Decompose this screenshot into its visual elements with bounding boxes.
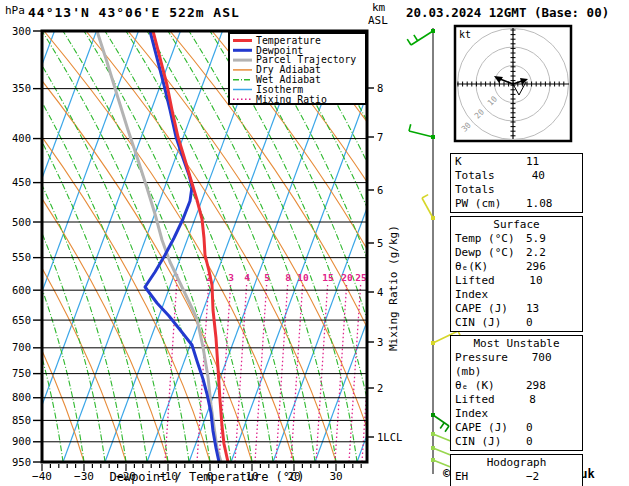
- wind-barb-tick: [414, 35, 418, 41]
- table-row-label: Lifted Index: [455, 274, 529, 302]
- wind-barb-feather: [409, 131, 433, 137]
- pressure-tick-label: 350: [12, 82, 31, 94]
- mixing-ratio-value-label: 5: [264, 272, 270, 283]
- table-row-label: CAPE (J): [455, 302, 508, 316]
- pressure-tick-label: 400: [12, 132, 31, 144]
- dry-adiabat-line: [590, 31, 629, 462]
- table-row-value: 13: [526, 302, 578, 316]
- wind-barb: [409, 124, 435, 139]
- km-tick-label: 1LCL: [377, 431, 402, 443]
- skewt-sounding-page: 1234581015202530035040045050055060065070…: [0, 0, 629, 486]
- mixing-ratio-value-label: 25: [355, 272, 367, 283]
- pressure-tick-label: 300: [12, 25, 31, 37]
- x-axis-label: Dewpoint / Temperature (°C): [42, 470, 372, 484]
- km-tick-label: 5: [377, 237, 383, 249]
- table-row-value: 2.2: [526, 246, 578, 260]
- km-tick-label: 3: [377, 336, 383, 348]
- data-table: HodographEH−2SREH−2StmDir277°StmSpd (kt)…: [450, 454, 583, 486]
- mixing-ratio-value-label: 4: [244, 272, 250, 283]
- altitude-unit-asl: ASL: [368, 14, 388, 27]
- pressure-tick-label: 600: [12, 284, 31, 296]
- table-row: CAPE (J)13: [455, 302, 578, 316]
- table-row: Lifted Index8: [455, 393, 578, 421]
- table-title: Most Unstable: [455, 337, 578, 351]
- table-row-label: Dewp (°C): [455, 246, 515, 260]
- table-row: θₑ (K)298: [455, 379, 578, 393]
- pressure-tick-label: 700: [12, 341, 31, 353]
- data-table: Most UnstablePressure (mb)700θₑ (K)298Li…: [450, 335, 583, 451]
- table-row: Pressure (mb)700: [455, 351, 578, 379]
- table-row-label: θₑ(K): [455, 260, 488, 274]
- table-row: CIN (J)0: [455, 316, 578, 330]
- table-row-label: PW (cm): [455, 197, 501, 211]
- legend-item-label: Mixing Ratio: [256, 94, 327, 105]
- pressure-tick-label: 650: [12, 314, 31, 326]
- table-row: Lifted Index10: [455, 274, 578, 302]
- table-title: Surface: [455, 218, 578, 232]
- mixing-ratio-value-labels: 12345810152025: [174, 272, 367, 283]
- table-row-value: 298: [526, 379, 578, 393]
- table-row-label: CIN (J): [455, 316, 501, 330]
- legend-box: TemperatureDewpointParcel TrajectoryDry …: [229, 33, 366, 105]
- table-row: Totals Totals40: [455, 169, 578, 197]
- data-table: K11Totals Totals40PW (cm)1.08: [450, 153, 583, 213]
- mixing-ratio-axis-label: Mixing Ratio (g/kg): [387, 225, 400, 351]
- wind-barb: [431, 413, 449, 432]
- pressure-tick-label: 500: [12, 216, 31, 228]
- hodograph: 102030: [455, 26, 571, 141]
- table-row: Temp (°C)5.9: [455, 232, 578, 246]
- km-tick-label: 8: [377, 82, 383, 94]
- table-row-value: 700: [532, 351, 578, 379]
- pressure-tick-label: 550: [12, 251, 31, 263]
- station-title: 44°13'N 43°06'E 522m ASL: [28, 5, 240, 20]
- hodograph-unit-label: kt: [459, 29, 471, 40]
- table-row-label: CAPE (J): [455, 421, 508, 435]
- table-row-value: −2: [526, 470, 578, 484]
- mixing-ratio-value-label: 8: [285, 272, 291, 283]
- table-row-label: Totals Totals: [455, 169, 532, 197]
- pressure-axis: 3003504004505005506006507007508008509009…: [12, 25, 42, 468]
- pressure-tick-label: 450: [12, 176, 31, 188]
- km-tick-label: 6: [377, 184, 383, 196]
- table-row-label: EH: [455, 470, 468, 484]
- mixing-ratio-value-label: 20: [341, 272, 353, 283]
- table-row: CAPE (J)0: [455, 421, 578, 435]
- pressure-tick-label: 950: [12, 456, 31, 468]
- table-row: Dewp (°C)2.2: [455, 246, 578, 260]
- table-row-value: 40: [532, 169, 578, 197]
- isotherm-line: [0, 31, 12, 462]
- mixing-ratio-value-label: 15: [322, 272, 334, 283]
- indices-tables: K11Totals Totals40PW (cm)1.08SurfaceTemp…: [450, 153, 583, 486]
- table-row: CIN (J)0: [455, 435, 578, 449]
- table-row-value: 0: [526, 421, 578, 435]
- mixing-ratio-value-label: 10: [297, 272, 309, 283]
- table-row-label: CIN (J): [455, 435, 501, 449]
- wind-barb-feather: [433, 415, 449, 426]
- pressure-tick-label: 850: [12, 414, 31, 426]
- datetime-label: 20.03.2024 12GMT (Base: 00): [406, 5, 609, 20]
- table-row-value: 296: [526, 260, 578, 274]
- table-row: K11: [455, 155, 578, 169]
- wind-barb-tick: [409, 124, 411, 131]
- table-row-value: 8: [529, 393, 578, 421]
- table-row-label: Pressure (mb): [455, 351, 532, 379]
- km-tick-label: 2: [377, 382, 383, 394]
- km-tick-label: 7: [377, 131, 383, 143]
- table-row-value: 11: [526, 155, 578, 169]
- pressure-tick-label: 800: [12, 391, 31, 403]
- pressure-tick-label: 900: [12, 435, 31, 447]
- table-row-value: 1.08: [526, 197, 578, 211]
- wind-barb: [407, 29, 435, 45]
- wind-barb-tick: [440, 423, 444, 429]
- table-row-label: K: [455, 155, 462, 169]
- table-row-value: 10: [529, 274, 578, 302]
- wind-barb-tick: [422, 195, 428, 198]
- table-title: Hodograph: [455, 456, 578, 470]
- table-row: θₑ(K)296: [455, 260, 578, 274]
- table-row: EH−2: [455, 470, 578, 484]
- table-row-label: Temp (°C): [455, 232, 515, 246]
- altitude-unit-km: km: [372, 1, 385, 14]
- pressure-unit-label: hPa: [5, 4, 25, 17]
- data-table: SurfaceTemp (°C)5.9Dewp (°C)2.2θₑ(K)296L…: [450, 216, 583, 332]
- table-row-value: 0: [526, 316, 578, 330]
